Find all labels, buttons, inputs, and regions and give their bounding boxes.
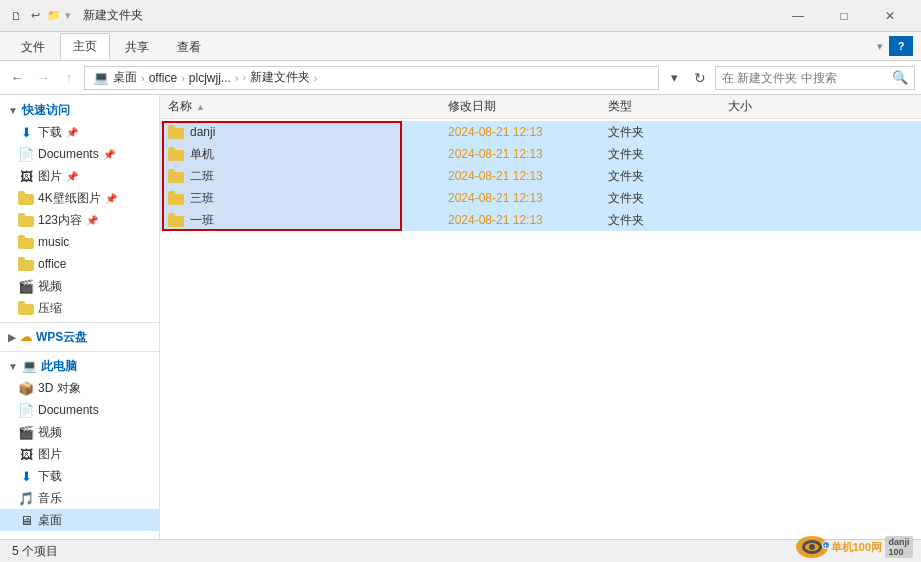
col-name-label: 名称 <box>168 98 192 115</box>
path-sep-1: › <box>141 72 145 84</box>
ribbon-collapse-icon[interactable]: ▾ <box>877 40 883 53</box>
window-controls: — □ ✕ <box>775 0 913 32</box>
folder-icon <box>18 213 34 227</box>
file-type: 文件夹 <box>608 125 644 139</box>
file-date-cell: 2024-08-21 12:13 <box>448 213 608 227</box>
tab-share[interactable]: 共享 <box>112 34 162 60</box>
table-row[interactable]: 单机 2024-08-21 12:13 文件夹 <box>160 143 921 165</box>
path-plcjwjj: plcjwjj... <box>189 71 231 85</box>
this-pc-icon: 💻 <box>22 359 37 373</box>
documents-pc-icon: 📄 <box>18 402 34 418</box>
dropdown-path-button[interactable]: ▾ <box>663 67 685 89</box>
up-button[interactable]: ↑ <box>58 67 80 89</box>
quick-access-header[interactable]: ▼ 快速访问 <box>0 99 159 121</box>
sidebar-item-label: Documents <box>38 147 99 161</box>
close-button[interactable]: ✕ <box>867 0 913 32</box>
folder-icon <box>18 257 34 271</box>
col-name-header[interactable]: 名称 ▲ <box>168 98 448 115</box>
col-date-header[interactable]: 修改日期 <box>448 98 608 115</box>
pictures-pc-icon: 🖼 <box>18 446 34 462</box>
watermark-eye <box>802 540 822 554</box>
folder-icon <box>168 191 184 205</box>
table-row[interactable]: 一班 2024-08-21 12:13 文件夹 <box>160 209 921 231</box>
sidebar-item-3d-objects[interactable]: 📦 3D 对象 <box>0 377 159 399</box>
watermark-plus: + <box>822 541 830 549</box>
sidebar-item-4k-wallpaper[interactable]: 4K壁纸图片 📌 <box>0 187 159 209</box>
refresh-button[interactable]: ↻ <box>689 67 711 89</box>
sidebar-item-music[interactable]: music <box>0 231 159 253</box>
sidebar-item-videos[interactable]: 🎬 视频 <box>0 275 159 297</box>
folder-icon <box>168 213 184 227</box>
sidebar-item-label: 桌面 <box>38 512 62 529</box>
folder-icon <box>168 147 184 161</box>
col-size-header[interactable]: 大小 <box>728 98 808 115</box>
sidebar-item-pictures[interactable]: 🖼 图片 📌 <box>0 165 159 187</box>
quick-access-chevron-icon: ▼ <box>8 105 18 116</box>
col-size-label: 大小 <box>728 99 752 113</box>
file-type-cell: 文件夹 <box>608 190 728 207</box>
title-dropdown-icon[interactable]: ▾ <box>65 9 71 22</box>
file-type: 文件夹 <box>608 169 644 183</box>
sidebar-item-label: 下载 <box>38 468 62 485</box>
ribbon-right: ▾ ? <box>216 36 913 60</box>
sidebar-item-documents-pc[interactable]: 📄 Documents <box>0 399 159 421</box>
folder-icon <box>168 125 184 139</box>
content-area: 名称 ▲ 修改日期 类型 大小 <box>160 95 921 539</box>
forward-button[interactable]: → <box>32 67 54 89</box>
sidebar-item-videos-pc[interactable]: 🎬 视频 <box>0 421 159 443</box>
wps-cloud-header[interactable]: ▶ ☁ WPS云盘 <box>0 326 159 348</box>
tab-view[interactable]: 查看 <box>164 34 214 60</box>
maximize-button[interactable]: □ <box>821 0 867 32</box>
watermark: + 单机100网 danji100 <box>796 536 913 558</box>
this-pc-chevron-icon: ▼ <box>8 361 18 372</box>
table-row[interactable]: 三班 2024-08-21 12:13 文件夹 <box>160 187 921 209</box>
search-icon: 🔍 <box>892 70 908 85</box>
sidebar-item-123content[interactable]: 123内容 📌 <box>0 209 159 231</box>
search-box: 🔍 <box>715 66 915 90</box>
sidebar-item-archive[interactable]: 压缩 <box>0 297 159 319</box>
this-pc-header[interactable]: ▼ 💻 此电脑 <box>0 355 159 377</box>
pin-icon: 📌 <box>86 215 98 226</box>
sidebar-item-download[interactable]: ⬇ 下载 📌 <box>0 121 159 143</box>
watermark-pupil <box>809 544 815 550</box>
column-header: 名称 ▲ 修改日期 类型 大小 <box>160 95 921 119</box>
sidebar-item-label: music <box>38 235 69 249</box>
file-date: 2024-08-21 12:13 <box>448 169 543 183</box>
pin-icon: 📌 <box>103 149 115 160</box>
sidebar-item-pictures-pc[interactable]: 🖼 图片 <box>0 443 159 465</box>
sidebar-item-label: 压缩 <box>38 300 62 317</box>
sidebar-item-label: 123内容 <box>38 212 82 229</box>
file-list: danji 2024-08-21 12:13 文件夹 <box>160 119 921 539</box>
tab-home[interactable]: 主页 <box>60 33 110 60</box>
main-layout: ▼ 快速访问 ⬇ 下载 📌 📄 Documents 📌 🖼 图片 📌 4K壁纸图… <box>0 95 921 539</box>
table-row[interactable]: 二班 2024-08-21 12:13 文件夹 <box>160 165 921 187</box>
back-button[interactable]: ← <box>6 67 28 89</box>
tab-file[interactable]: 文件 <box>8 34 58 60</box>
sidebar-item-download-pc[interactable]: ⬇ 下载 <box>0 465 159 487</box>
col-type-header[interactable]: 类型 <box>608 98 728 115</box>
videos-icon: 🎬 <box>18 278 34 294</box>
file-name-cell: 三班 <box>168 190 448 207</box>
sidebar-item-label: 图片 <box>38 446 62 463</box>
file-type: 文件夹 <box>608 147 644 161</box>
sidebar-item-label: 视频 <box>38 424 62 441</box>
file-name-cell: 一班 <box>168 212 448 229</box>
search-input[interactable] <box>722 71 888 85</box>
address-path[interactable]: 💻 桌面 › office › plcjwjj... › › 新建文件夹 › <box>84 66 659 90</box>
file-name: danji <box>190 125 215 139</box>
sidebar-item-label: 图片 <box>38 168 62 185</box>
sidebar-item-music-pc[interactable]: 🎵 音乐 <box>0 487 159 509</box>
path-newdir: 新建文件夹 <box>250 69 310 86</box>
table-row[interactable]: danji 2024-08-21 12:13 文件夹 <box>160 121 921 143</box>
path-office: office <box>149 71 177 85</box>
folder-icon <box>18 301 34 315</box>
minimize-button[interactable]: — <box>775 0 821 32</box>
path-desktop: 桌面 <box>113 69 137 86</box>
sidebar-item-desktop-pc[interactable]: 🖥 桌面 <box>0 509 159 531</box>
col-type-label: 类型 <box>608 99 632 113</box>
pin-icon: 📌 <box>105 193 117 204</box>
file-name-cell: 二班 <box>168 168 448 185</box>
sidebar-item-office[interactable]: office <box>0 253 159 275</box>
sidebar-item-documents[interactable]: 📄 Documents 📌 <box>0 143 159 165</box>
help-button[interactable]: ? <box>889 36 913 56</box>
